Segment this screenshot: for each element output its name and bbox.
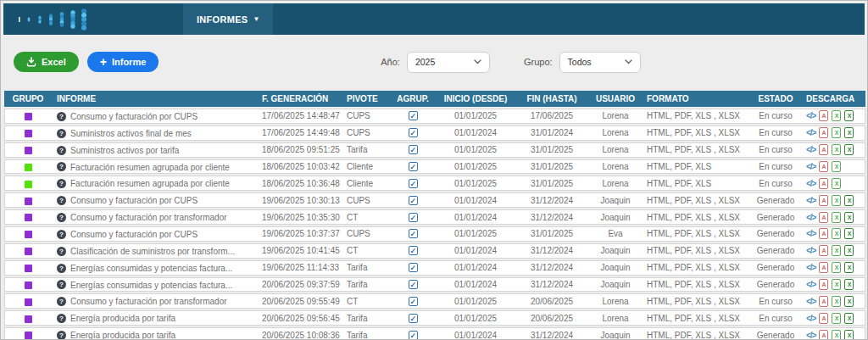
html-download-icon[interactable]: </> [806, 178, 815, 189]
agrup-checkbox[interactable] [409, 331, 418, 340]
help-icon[interactable]: ? [57, 314, 66, 323]
agrup-checkbox[interactable] [409, 246, 418, 255]
cell-estado: En curso [750, 142, 801, 158]
xls-download-icon[interactable]: X [832, 144, 841, 155]
table-row: ?Facturación resumen agrupada por client… [4, 159, 865, 175]
html-download-icon[interactable]: </> [806, 144, 815, 155]
year-select-value: 2025 [415, 57, 435, 67]
cell-agrup [389, 327, 437, 340]
agrup-checkbox[interactable] [409, 213, 418, 222]
pdf-download-icon[interactable]: A [819, 127, 828, 138]
html-download-icon[interactable]: </> [806, 212, 815, 223]
help-icon[interactable]: ? [57, 146, 66, 155]
help-icon[interactable]: ? [57, 280, 66, 289]
agrup-checkbox[interactable] [409, 280, 418, 289]
xlsx-download-icon[interactable]: X [844, 212, 854, 223]
agrup-checkbox[interactable] [409, 179, 418, 188]
cell-pivote: Tarifa [342, 310, 389, 326]
xlsx-download-icon[interactable]: X [844, 313, 854, 324]
xlsx-download-icon[interactable]: X [844, 279, 854, 290]
pdf-download-icon[interactable]: A [819, 178, 828, 189]
agrup-checkbox[interactable] [409, 229, 418, 238]
agrup-checkbox[interactable] [409, 297, 418, 306]
xlsx-download-icon[interactable]: X [844, 262, 854, 273]
help-icon[interactable]: ? [57, 196, 66, 205]
agrup-checkbox[interactable] [409, 196, 418, 205]
help-icon[interactable]: ? [57, 264, 66, 273]
help-icon[interactable]: ? [57, 230, 66, 239]
pdf-download-icon[interactable]: A [819, 228, 828, 239]
xls-download-icon[interactable]: X [832, 195, 841, 206]
xls-download-icon[interactable]: X [832, 313, 841, 324]
html-download-icon[interactable]: </> [806, 127, 815, 138]
report-name: Facturación resumen agrupada por cliente [70, 179, 230, 188]
help-icon[interactable]: ? [57, 213, 66, 222]
help-icon[interactable]: ? [57, 247, 66, 256]
pdf-download-icon[interactable]: A [819, 313, 828, 324]
agrup-checkbox[interactable] [409, 111, 418, 120]
help-icon[interactable]: ? [57, 297, 66, 306]
html-download-icon[interactable]: </> [806, 161, 815, 172]
html-download-icon[interactable]: </> [806, 195, 815, 206]
column-header-usuario: USUARIO [589, 91, 642, 107]
pdf-download-icon[interactable]: A [819, 296, 828, 307]
html-download-icon[interactable]: </> [806, 245, 815, 256]
xls-download-icon[interactable]: X [832, 161, 841, 172]
xls-download-icon[interactable]: X [832, 178, 841, 189]
html-download-icon[interactable]: </> [806, 262, 815, 273]
pdf-download-icon[interactable]: A [819, 279, 828, 290]
pdf-download-icon[interactable]: A [819, 144, 828, 155]
html-download-icon[interactable]: </> [806, 313, 815, 324]
new-informe-button[interactable]: + Informe [87, 52, 159, 72]
pdf-download-icon[interactable]: A [819, 161, 828, 172]
xlsx-download-icon[interactable]: X [844, 330, 854, 340]
xls-download-icon[interactable]: X [832, 110, 841, 121]
table-row: ?Consumo y facturación por transformador… [4, 293, 865, 309]
pdf-download-icon[interactable]: A [819, 212, 828, 223]
pdf-download-icon[interactable]: A [819, 195, 828, 206]
xls-download-icon[interactable]: X [832, 212, 841, 223]
pdf-download-icon[interactable]: A [819, 330, 828, 340]
xlsx-download-icon[interactable]: X [844, 245, 854, 256]
cell-f-generacion: 18/06/2025 09:51:25 [257, 142, 342, 158]
cell-informe: ?Energías consumidas y potencias factura… [52, 260, 257, 276]
help-icon[interactable]: ? [57, 331, 66, 340]
app-logo[interactable] [19, 7, 112, 32]
xlsx-download-icon[interactable]: X [844, 144, 854, 155]
xlsx-download-icon[interactable]: X [844, 296, 854, 307]
pdf-download-icon[interactable]: A [819, 110, 828, 121]
nav-menu-informes[interactable]: INFORMES ▼ [183, 3, 273, 35]
html-download-icon[interactable]: </> [806, 110, 815, 121]
html-download-icon[interactable]: </> [806, 330, 815, 340]
xls-download-icon[interactable]: X [832, 228, 841, 239]
help-icon[interactable]: ? [57, 112, 66, 121]
pdf-download-icon[interactable]: A [819, 262, 828, 273]
agrup-checkbox[interactable] [409, 162, 418, 171]
xls-download-icon[interactable]: X [832, 262, 841, 273]
help-icon[interactable]: ? [57, 129, 66, 138]
xls-download-icon[interactable]: X [832, 245, 841, 256]
html-download-icon[interactable]: </> [806, 228, 815, 239]
xls-download-icon[interactable]: X [832, 279, 841, 290]
group-select[interactable]: Todos [559, 52, 641, 73]
help-icon[interactable]: ? [57, 179, 66, 188]
xls-download-icon[interactable]: X [832, 127, 841, 138]
agrup-checkbox[interactable] [409, 314, 418, 323]
agrup-checkbox[interactable] [409, 128, 418, 137]
cell-usuario: Eva [589, 226, 642, 242]
xlsx-download-icon[interactable]: X [844, 228, 854, 239]
group-color-badge [25, 332, 32, 339]
agrup-checkbox[interactable] [409, 263, 418, 272]
year-select[interactable]: 2025 [407, 52, 490, 73]
xlsx-download-icon[interactable]: X [844, 110, 854, 121]
agrup-checkbox[interactable] [409, 145, 418, 154]
xlsx-download-icon[interactable]: X [844, 127, 854, 138]
help-icon[interactable]: ? [57, 162, 66, 171]
xlsx-download-icon[interactable]: X [844, 195, 854, 206]
pdf-download-icon[interactable]: A [819, 245, 828, 256]
xls-download-icon[interactable]: X [832, 296, 841, 307]
html-download-icon[interactable]: </> [806, 296, 815, 307]
xls-download-icon[interactable]: X [832, 330, 841, 340]
excel-export-button[interactable]: Excel [14, 52, 79, 72]
html-download-icon[interactable]: </> [806, 279, 815, 290]
